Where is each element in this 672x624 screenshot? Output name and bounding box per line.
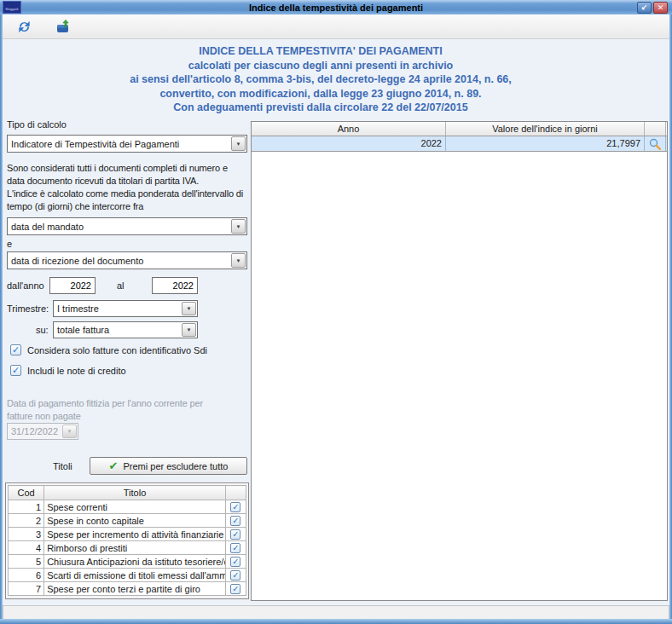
- description-line: tempo (di giorni) che intercorre fra: [7, 200, 251, 213]
- titolo-cod: 3: [9, 528, 44, 541]
- result-row[interactable]: 2022 21,7997: [252, 136, 667, 152]
- window-frame-bottom: [0, 619, 672, 624]
- table-row[interactable]: 5 Chiusura Anticipazioni da istituto tes…: [9, 555, 246, 569]
- titoli-label: Titoli: [53, 461, 72, 471]
- refresh-button[interactable]: [14, 17, 33, 36]
- results-header-valore: Valore dell'indice in giorni: [446, 122, 645, 136]
- titolo-cod: 5: [9, 555, 44, 569]
- data-fine-select[interactable]: data di ricezione del documento ▼: [7, 251, 247, 269]
- table-row[interactable]: 3 Spese per incremento di attività finan…: [9, 528, 246, 541]
- trimestre-select[interactable]: I trimestre ▼: [53, 300, 198, 317]
- su-label: su:: [36, 325, 49, 335]
- data-fittizia-label: Data di pagamento fittizia per l'anno co…: [7, 397, 251, 423]
- refresh-icon: [16, 19, 32, 35]
- dallanno-label: dall'anno: [7, 280, 44, 291]
- titolo-cod: 4: [9, 541, 44, 555]
- titolo-checkbox[interactable]: ✓: [230, 502, 240, 512]
- titoli-header-check: [225, 486, 246, 500]
- su-select[interactable]: totale fattura ▼: [53, 321, 198, 338]
- titolo-checkbox[interactable]: ✓: [230, 516, 240, 526]
- status-bar: [3, 605, 669, 619]
- dallanno-input[interactable]: [49, 277, 96, 294]
- page-title: INDICE DELLA TEMPESTIVITA' DEI PAGAMENTI…: [0, 44, 641, 115]
- heading-line: INDICE DELLA TEMPESTIVITA' DEI PAGAMENTI: [0, 44, 641, 59]
- titolo-name: Chiusura Anticipazioni da istituto tesor…: [44, 555, 226, 569]
- titolo-name: Spese in conto capitale: [44, 514, 226, 528]
- close-icon: ✕: [658, 4, 664, 12]
- data-fittizia-label-line: fatture non pagate: [7, 410, 251, 423]
- titolo-checkbox[interactable]: ✓: [230, 529, 240, 540]
- table-row[interactable]: 2 Spese in conto capitale ✓: [9, 514, 246, 528]
- chevron-down-icon[interactable]: ▼: [182, 323, 196, 337]
- tipo-di-calcolo-select[interactable]: Indicatore di Tempestività dei Pagamenti…: [7, 135, 247, 153]
- titoli-header-titolo: Titolo: [44, 486, 226, 500]
- al-anno-input[interactable]: [152, 277, 198, 294]
- titoli-header-cod: Cod: [9, 486, 44, 500]
- title-bar: Maggioli Indice della tempestività dei p…: [0, 0, 672, 14]
- description-line: data documento ricevuti da titolari di p…: [7, 175, 251, 188]
- tipo-di-calcolo-value: Indicatore di Tempestività dei Pagamenti: [8, 139, 230, 149]
- heading-line: Con adeguamenti previsti dalla circolare…: [0, 101, 641, 115]
- note-credito-checkbox-row: ✓ Includi le note di credito: [10, 365, 126, 376]
- e-label: e: [7, 239, 12, 249]
- results-panel: Anno Valore dell'indice in giorni 2022 2…: [251, 121, 668, 601]
- table-row[interactable]: 4 Rimborso di prestiti ✓: [9, 541, 246, 555]
- chevron-down-icon[interactable]: ▼: [231, 219, 246, 234]
- trimestre-label: Trimestre:: [7, 303, 49, 314]
- data-fittizia-value: 31/12/2022: [8, 426, 61, 436]
- titoli-table: Cod Titolo 1 Spese correnti ✓ 2 Spese in…: [8, 485, 246, 596]
- table-row[interactable]: 6 Scarti di emissione di titoli emessi d…: [9, 569, 246, 582]
- titoli-header-row: Cod Titolo: [9, 486, 246, 500]
- titolo-cod: 6: [9, 569, 44, 582]
- magnifier-icon: [648, 137, 662, 151]
- data-fittizia-select: 31/12/2022 ▼: [7, 423, 78, 440]
- titolo-name: Spese per incremento di attività finanzi…: [44, 528, 226, 541]
- chevron-down-icon[interactable]: ▼: [182, 302, 196, 315]
- restore-button[interactable]: ↙: [637, 2, 652, 14]
- data-fine-value: data di ricezione del documento: [8, 256, 230, 266]
- results-header-icon-col: [645, 122, 666, 136]
- close-button[interactable]: ✕: [653, 2, 668, 14]
- tipo-di-calcolo-label: Tipo di calcolo: [7, 119, 67, 130]
- heading-line: ai sensi dell'articolo 8, comma 3-bis, d…: [0, 72, 641, 87]
- table-row[interactable]: 1 Spese correnti ✓: [9, 500, 246, 514]
- chevron-down-icon[interactable]: ▼: [231, 136, 246, 151]
- restore-arrow-icon: ↙: [641, 4, 648, 12]
- titolo-checkbox[interactable]: ✓: [230, 557, 240, 567]
- data-fittizia-label-line: Data di pagamento fittizia per l'anno co…: [7, 397, 251, 410]
- note-credito-checkbox[interactable]: ✓: [10, 365, 21, 376]
- result-valore: 21,7997: [446, 136, 645, 151]
- app-logo-icon: Maggioli: [3, 1, 21, 14]
- trimestre-value: I trimestre: [54, 303, 181, 314]
- table-row[interactable]: 7 Spese per conto terzi e partite di gir…: [9, 582, 246, 596]
- window-title: Indice della tempestività dei pagamenti: [0, 3, 672, 13]
- titolo-checkbox[interactable]: ✓: [230, 584, 240, 594]
- results-header-row: Anno Valore dell'indice in giorni: [252, 122, 667, 136]
- calc-description: Sono considerati tutti i documenti compl…: [7, 162, 251, 213]
- al-label: al: [117, 280, 125, 291]
- sdi-checkbox[interactable]: ✓: [10, 344, 21, 355]
- titolo-checkbox[interactable]: ✓: [230, 543, 240, 553]
- green-check-icon: ✔: [109, 460, 119, 471]
- chevron-down-icon[interactable]: ▼: [231, 253, 246, 268]
- sdi-checkbox-label: Considera solo fatture con identificativ…: [27, 345, 207, 355]
- titoli-table-panel: Cod Titolo 1 Spese correnti ✓ 2 Spese in…: [5, 482, 249, 599]
- data-inizio-select[interactable]: data del mandato ▼: [7, 217, 247, 235]
- chevron-down-icon: ▼: [62, 425, 77, 438]
- result-anno: 2022: [252, 136, 446, 151]
- escludi-tutto-button[interactable]: ✔ Premi per escludere tutto: [90, 457, 247, 475]
- titolo-cod: 7: [9, 582, 44, 596]
- window-frame-left: [0, 14, 3, 624]
- description-line: Sono considerati tutti i documenti compl…: [7, 162, 251, 175]
- titolo-name: Spese correnti: [44, 500, 226, 514]
- results-header-anno: Anno: [252, 122, 446, 136]
- titolo-checkbox[interactable]: ✓: [230, 570, 240, 581]
- sdi-checkbox-row: ✓ Considera solo fatture con identificat…: [10, 344, 207, 355]
- description-line: L'indice è calcolato come media ponderat…: [7, 188, 251, 200]
- su-value: totale fattura: [54, 325, 181, 335]
- titolo-cod: 2: [9, 514, 44, 528]
- detail-button[interactable]: [645, 136, 666, 151]
- export-button[interactable]: [54, 17, 72, 36]
- titolo-name: Scarti di emissione di titoli emessi dal…: [44, 569, 226, 582]
- heading-line: calcolati per ciascuno degli anni presen…: [0, 59, 641, 73]
